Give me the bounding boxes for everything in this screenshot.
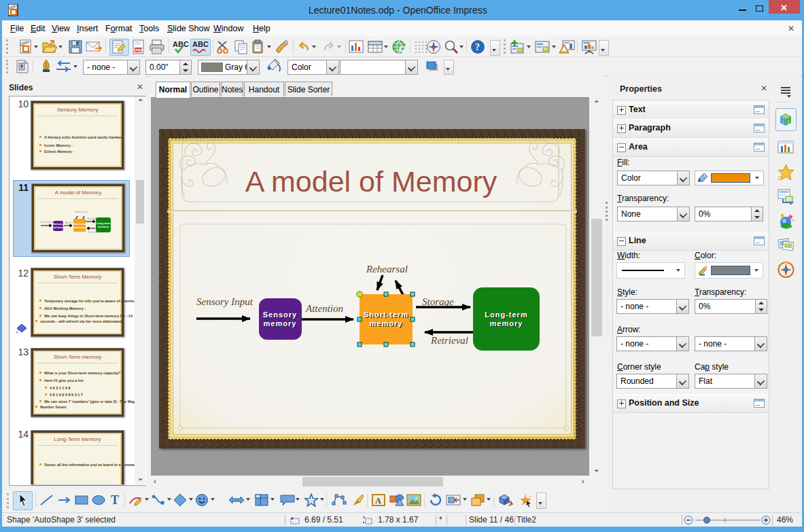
svg-text:Short-term: Short-term: [364, 311, 408, 319]
svg-text:Long-term: Long-term: [485, 311, 527, 319]
svg-text:Sensory: Sensory: [263, 311, 297, 319]
svg-text:ABC: ABC: [192, 40, 209, 48]
svg-text:A: A: [375, 496, 381, 506]
svg-text:memory: memory: [370, 319, 403, 327]
svg-text:memory: memory: [52, 226, 64, 229]
svg-text:N: N: [785, 262, 787, 265]
svg-text:Rehearsal: Rehearsal: [75, 210, 87, 213]
svg-text:T: T: [111, 493, 119, 507]
svg-text:A model of Memory: A model of Memory: [245, 165, 497, 198]
svg-text:Retrieval: Retrieval: [430, 335, 468, 346]
svg-text:Rehearsal: Rehearsal: [366, 264, 408, 274]
svg-text:Storage: Storage: [87, 217, 97, 220]
svg-text:Attention: Attention: [305, 303, 343, 314]
svg-text:?: ?: [475, 42, 480, 52]
svg-text:PDF: PDF: [135, 48, 143, 52]
svg-text:Storage: Storage: [422, 296, 454, 307]
svg-text:memory: memory: [98, 225, 109, 228]
svg-text:memory: memory: [264, 319, 297, 327]
svg-text:Sensory Input: Sensory Input: [196, 296, 254, 307]
svg-text:memory: memory: [74, 226, 86, 229]
svg-text:ABC: ABC: [173, 40, 189, 48]
svg-text:memory: memory: [490, 319, 523, 327]
